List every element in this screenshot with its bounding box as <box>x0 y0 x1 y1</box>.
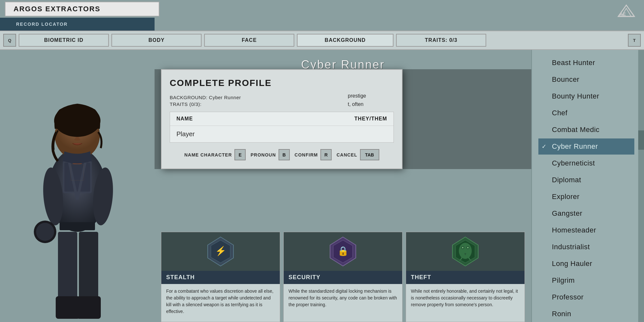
cancel-label: CANCEL <box>336 152 357 157</box>
nav-right-button[interactable]: T <box>628 34 641 47</box>
bg-list-item-combat-medic[interactable]: Combat Medic <box>538 122 634 138</box>
pronoun-btn-label: PRONOUN <box>251 152 276 157</box>
theft-body: While not entirely honorable, and certai… <box>406 284 525 322</box>
background-title: Cyber Runner <box>155 50 531 71</box>
tab-biometric[interactable]: BIOMETRIC ID <box>19 34 109 47</box>
bg-list-label-combat-medic: Combat Medic <box>552 126 600 134</box>
name-value-row: Player <box>170 126 393 142</box>
name-value: Player <box>176 130 195 137</box>
bg-list-label-bouncer: Bouncer <box>552 75 579 84</box>
bg-list-item-explorer[interactable]: Explorer <box>538 189 634 205</box>
bg-list-label-pilgrim: Pilgrim <box>552 276 575 285</box>
bg-list-item-gangster[interactable]: Gangster <box>538 205 634 222</box>
pronoun-label: THEY/THEM <box>355 116 387 122</box>
skill-card-stealth: ⚡ STEALTH For a combatant who values dis… <box>161 232 280 322</box>
stealth-body: For a combatant who values discretion ab… <box>161 284 280 322</box>
bg-list-label-cyber-runner: Cyber Runner <box>552 142 598 151</box>
tab-background[interactable]: BACKGROUND <box>297 34 393 47</box>
bg-list-item-chef[interactable]: Chef <box>538 105 634 121</box>
modal-overlay: COMPLETE PROFILE BACKGROUND: Cyber Runne… <box>155 69 531 169</box>
bg-list-item-cyber-runner[interactable]: ✓Cyber Runner <box>538 138 634 155</box>
security-body: While the standardized digital locking m… <box>284 284 402 322</box>
skill-card-security: 🔒 SECURITY While the standardized digita… <box>283 232 402 322</box>
nav-bar: Q BIOMETRIC ID BODY FACE BACKGROUND TRAI… <box>0 31 644 50</box>
bg-list-item-pilgrim[interactable]: Pilgrim <box>538 272 634 289</box>
svg-rect-8 <box>64 163 90 192</box>
center-panel: Cyber Runner COMPLETE PROFILE BACKGROUND… <box>155 50 531 322</box>
bg-list-item-beast-hunter[interactable]: Beast Hunter <box>538 55 634 71</box>
modal-footer: NAME CHARACTER E PRONOUN B CONFIRM R CAN… <box>170 149 394 160</box>
theft-header: THEFT <box>406 271 525 284</box>
svg-point-36 <box>467 247 469 248</box>
svg-rect-22 <box>60 222 95 230</box>
name-label: NAME <box>176 116 193 122</box>
name-character-key[interactable]: E <box>234 149 246 160</box>
name-character-group: NAME CHARACTER E <box>184 149 246 160</box>
tab-face[interactable]: FACE <box>204 34 294 47</box>
svg-rect-4 <box>56 296 80 319</box>
bg-list-item-professor[interactable]: Professor <box>538 289 634 305</box>
security-header: SECURITY <box>284 271 402 284</box>
bg-list-item-homesteader[interactable]: Homesteader <box>538 222 634 238</box>
bg-list-label-cyberneticist: Cyberneticist <box>552 159 595 167</box>
main-content: Cyber Runner COMPLETE PROFILE BACKGROUND… <box>0 50 644 322</box>
bg-list-item-industrialist[interactable]: Industrialist <box>538 239 634 255</box>
confirm-label: CONFIRM <box>295 152 318 157</box>
bg-list-label-beast-hunter: Beast Hunter <box>552 59 595 67</box>
bg-list-label-ronin: Ronin <box>552 310 571 318</box>
modal-name-section: NAME THEY/THEM Player <box>170 112 394 143</box>
game-title: ARGOS EXTRACTORS <box>5 2 159 16</box>
confirm-key[interactable]: R <box>320 149 332 160</box>
right-sidebar: Beast HunterBouncerBounty HunterChefComb… <box>531 50 644 322</box>
background-list: Beast HunterBouncerBounty HunterChefComb… <box>532 50 644 322</box>
top-bar: ARGOS EXTRACTORS AE RECORD LOCATOR <box>0 0 644 31</box>
svg-point-13 <box>36 223 54 241</box>
scrollbar-track[interactable] <box>638 50 644 322</box>
character-portrait <box>0 50 155 322</box>
stealth-header: STEALTH <box>161 271 280 284</box>
bg-list-label-bounty-hunter: Bounty Hunter <box>552 92 599 100</box>
bg-list-label-professor: Professor <box>552 293 584 301</box>
tab-body[interactable]: BODY <box>111 34 202 47</box>
cancel-key[interactable]: TAB <box>360 149 379 160</box>
theft-icon-area <box>406 232 525 271</box>
bg-list-item-cyberneticist[interactable]: Cyberneticist <box>538 155 634 171</box>
modal-box: COMPLETE PROFILE BACKGROUND: Cyber Runne… <box>161 69 402 169</box>
bg-list-label-gangster: Gangster <box>552 209 582 218</box>
logo: AE <box>615 3 638 19</box>
subtitle-text: RECORD LOCATOR <box>16 22 68 27</box>
svg-rect-5 <box>77 296 101 319</box>
svg-text:AE: AE <box>620 12 626 17</box>
svg-text:🔒: 🔒 <box>337 246 349 256</box>
pronoun-key[interactable]: B <box>279 149 290 160</box>
bg-list-label-industrialist: Industrialist <box>552 243 590 251</box>
bg-list-item-long-hauler[interactable]: Long Hauler <box>538 256 634 272</box>
skill-card-theft: THEFT While not entirely honorable, and … <box>406 232 525 322</box>
bg-list-label-explorer: Explorer <box>552 193 580 201</box>
confirm-group: CONFIRM R <box>295 149 332 160</box>
cancel-group: CANCEL TAB <box>336 149 379 160</box>
bg-list-item-bouncer[interactable]: Bouncer <box>538 71 634 88</box>
svg-text:⚡: ⚡ <box>215 246 226 256</box>
pronoun-group: PRONOUN B <box>251 149 290 160</box>
stealth-icon-area: ⚡ <box>161 232 280 271</box>
modal-title: COMPLETE PROFILE <box>170 78 394 88</box>
bg-list-item-diplomat[interactable]: Diplomat <box>538 172 634 188</box>
skill-cards-container: ⚡ STEALTH For a combatant who values dis… <box>155 232 531 322</box>
bg-list-item-bounty-hunter[interactable]: Bounty Hunter <box>538 88 634 104</box>
check-icon-cyber-runner: ✓ <box>542 143 549 150</box>
bg-list-item-ronin[interactable]: Ronin <box>538 306 634 322</box>
bg-list-label-chef: Chef <box>552 109 567 117</box>
tab-traits[interactable]: TRAITS: 0/3 <box>396 34 486 47</box>
bg-list-label-homesteader: Homesteader <box>552 226 596 234</box>
scrollbar-thumb[interactable] <box>638 130 644 150</box>
bg-desc-partial: prestige t, often <box>348 92 412 108</box>
subtitle-row: RECORD LOCATOR <box>0 18 155 31</box>
svg-point-35 <box>462 247 463 248</box>
name-character-label: NAME CHARACTER <box>184 152 232 157</box>
nav-left-button[interactable]: Q <box>3 34 16 47</box>
svg-point-32 <box>459 243 472 259</box>
title-row: ARGOS EXTRACTORS AE <box>0 0 644 18</box>
name-header-row: NAME THEY/THEM <box>170 112 393 126</box>
bg-list-label-long-hauler: Long Hauler <box>552 260 592 268</box>
